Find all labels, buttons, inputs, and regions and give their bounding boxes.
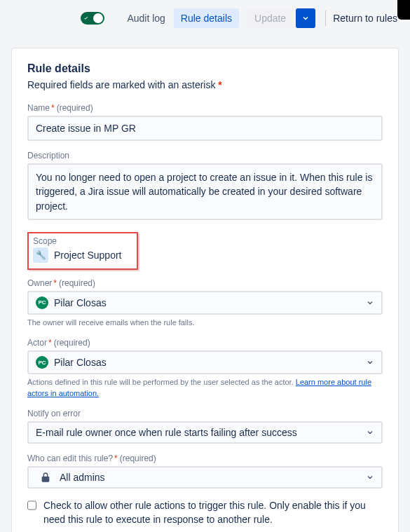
notify-label: Notify on error	[27, 409, 383, 418]
divider	[325, 11, 326, 26]
owner-label: Owner*(required)	[27, 278, 383, 288]
lock-icon	[40, 472, 51, 483]
scope-value: Project Support	[54, 250, 122, 261]
chevron-down-icon	[366, 358, 374, 367]
allow-trigger-checkbox[interactable]	[27, 500, 36, 510]
actor-select[interactable]: PC Pilar Closas	[27, 350, 383, 374]
check-icon	[83, 15, 90, 22]
actor-label: Actor*(required)	[27, 338, 383, 348]
notify-field-block: Notify on error E-mail rule owner once w…	[27, 409, 383, 444]
update-button-group: Update	[247, 8, 315, 28]
update-button: Update	[247, 8, 293, 28]
owner-field-block: Owner*(required) PC Pilar Closas The own…	[27, 278, 383, 328]
page-corner-tab	[397, 0, 410, 20]
rule-enabled-toggle[interactable]	[81, 12, 104, 25]
name-field-block: Name*(required)	[27, 103, 383, 141]
allow-trigger-label: Check to allow other rule actions to tri…	[43, 498, 383, 527]
update-dropdown-button[interactable]	[296, 8, 315, 28]
scope-highlight-box: Scope 🔧 Project Support	[27, 232, 138, 270]
name-label: Name*(required)	[27, 103, 383, 113]
avatar: PC	[36, 296, 48, 309]
name-input[interactable]	[27, 116, 383, 141]
return-to-rules-link[interactable]: Return to rules	[333, 13, 397, 24]
chevron-down-icon	[301, 14, 310, 22]
chevron-down-icon	[366, 473, 374, 482]
notify-value: E-mail rule owner once when rule starts …	[36, 427, 297, 438]
edit-value: All admins	[60, 472, 105, 483]
actor-helper: Actions defined in this rule will be per…	[27, 377, 383, 399]
tab-audit-log[interactable]: Audit log	[120, 8, 172, 28]
description-input[interactable]	[27, 163, 383, 220]
edit-field-block: Who can edit this rule?*(required) All a…	[27, 453, 383, 489]
project-icon: 🔧	[33, 247, 48, 263]
tab-rule-details[interactable]: Rule details	[174, 8, 239, 28]
edit-label: Who can edit this rule?*(required)	[27, 453, 383, 463]
owner-select[interactable]: PC Pilar Closas	[27, 291, 383, 315]
owner-value: Pilar Closas	[54, 297, 107, 308]
panel-title: Rule details	[27, 62, 383, 75]
notify-select[interactable]: E-mail rule owner once when rule starts …	[27, 421, 383, 444]
scope-row: 🔧 Project Support	[32, 247, 131, 263]
required-note: Required fields are marked with an aster…	[27, 79, 383, 90]
chevron-down-icon	[366, 299, 374, 307]
scope-label: Scope	[32, 236, 131, 246]
description-field-block: Description	[27, 151, 383, 222]
description-label: Description	[27, 151, 383, 161]
rule-details-panel: Rule details Required fields are marked …	[11, 48, 399, 532]
actor-field-block: Actor*(required) PC Pilar Closas Actions…	[27, 338, 383, 399]
chevron-down-icon	[366, 428, 374, 437]
owner-helper: The owner will receive emails when the r…	[27, 318, 383, 328]
toolbar: Audit log Rule details Update Return to …	[0, 0, 410, 48]
allow-trigger-checkbox-row: Check to allow other rule actions to tri…	[27, 498, 383, 527]
avatar: PC	[36, 356, 48, 369]
edit-select[interactable]: All admins	[27, 466, 383, 489]
actor-value: Pilar Closas	[54, 357, 107, 368]
